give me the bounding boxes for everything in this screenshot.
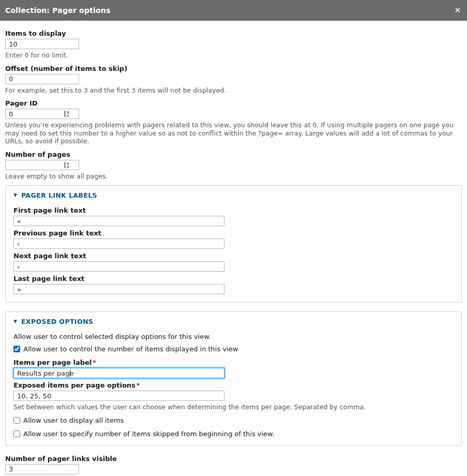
- number-of-pages-label: Number of pages: [5, 151, 462, 158]
- pager-links-visible-label: Number of pager links visible: [5, 455, 462, 463]
- number-of-pages-group: Number of pages Leave empty to show all …: [5, 151, 462, 181]
- exposed-options-legend[interactable]: ▼ EXPOSED OPTIONS: [13, 318, 454, 325]
- allow-display-all-checkbox-row[interactable]: Allow user to display all items: [13, 416, 454, 424]
- dialog-body: Items to display Enter 0 for no limit. O…: [0, 21, 467, 476]
- offset-help: For example, set this to 3 and the first…: [5, 86, 462, 95]
- previous-page-link-label: Previous page link text: [13, 229, 454, 237]
- allow-display-all-checkbox[interactable]: [13, 417, 20, 424]
- previous-page-link-group: Previous page link text: [13, 229, 454, 249]
- required-mark: *: [92, 359, 96, 366]
- number-of-pages-help: Leave empty to show all pages.: [5, 172, 462, 181]
- collapse-arrow-icon: ▼: [13, 193, 17, 198]
- previous-page-link-input[interactable]: [13, 239, 224, 249]
- first-page-link-group: First page link text: [13, 206, 454, 226]
- items-per-page-label-label: Items per page label*: [13, 359, 454, 366]
- exposed-items-options-input[interactable]: [13, 391, 224, 401]
- pager-link-labels-fieldset: ▼ PAGER LINK LABELS First page link text…: [5, 185, 462, 303]
- required-mark: *: [135, 381, 140, 389]
- last-page-link-group: Last page link text: [13, 275, 454, 294]
- pager-id-help: Unless you're experiencing problems with…: [5, 121, 462, 145]
- items-per-page-label-input[interactable]: [13, 368, 224, 378]
- allow-skip-items-checkbox[interactable]: [13, 430, 20, 437]
- items-to-display-input[interactable]: [5, 39, 79, 49]
- last-page-link-input[interactable]: [13, 284, 224, 294]
- collapse-arrow-icon: ▼: [13, 319, 17, 324]
- next-page-link-input[interactable]: [13, 261, 224, 272]
- close-icon[interactable]: ✕: [454, 7, 461, 14]
- items-to-display-group: Items to display Enter 0 for no limit.: [5, 29, 462, 60]
- dialog-header: Collection: Pager options ✕: [0, 0, 467, 21]
- offset-label: Offset (number of items to skip): [5, 65, 462, 72]
- exposed-items-options-help: Set between which values the user can ch…: [13, 403, 454, 411]
- number-spinner-icon[interactable]: [64, 111, 69, 117]
- next-page-link-label: Next page link text: [13, 252, 454, 260]
- allow-control-items-checkbox-row[interactable]: Allow user to control the number of item…: [13, 345, 454, 353]
- pager-links-visible-input[interactable]: [5, 464, 79, 474]
- exposed-items-options-label: Exposed items per page options*: [13, 381, 454, 389]
- offset-input[interactable]: [5, 74, 79, 84]
- exposed-options-fieldset: ▼ EXPOSED OPTIONS Allow user to control …: [5, 311, 462, 446]
- pager-links-visible-group: Number of pager links visible Specify th…: [5, 455, 462, 476]
- text-caret: [70, 370, 70, 377]
- items-to-display-label: Items to display: [5, 29, 462, 37]
- items-per-page-label-group: Items per page label*: [13, 359, 454, 378]
- first-page-link-label: First page link text: [13, 206, 454, 214]
- next-page-link-group: Next page link text: [13, 252, 454, 272]
- items-to-display-help: Enter 0 for no limit.: [5, 51, 462, 60]
- exposed-items-options-group: Exposed items per page options* Set betw…: [13, 381, 454, 411]
- pager-link-labels-legend[interactable]: ▼ PAGER LINK LABELS: [13, 191, 454, 199]
- allow-skip-items-checkbox-row[interactable]: Allow user to specify number of items sk…: [13, 430, 454, 438]
- pager-id-label: Pager ID: [5, 99, 462, 107]
- dialog-title: Collection: Pager options: [5, 6, 111, 14]
- exposed-options-description: Allow user to control selected display o…: [13, 333, 454, 340]
- pager-id-group: Pager ID Unless you're experiencing prob…: [5, 99, 462, 145]
- number-spinner-icon[interactable]: [64, 162, 69, 168]
- offset-group: Offset (number of items to skip) For exa…: [5, 65, 462, 95]
- allow-control-items-checkbox[interactable]: [13, 346, 20, 352]
- last-page-link-label: Last page link text: [13, 275, 454, 282]
- first-page-link-input[interactable]: [13, 216, 224, 226]
